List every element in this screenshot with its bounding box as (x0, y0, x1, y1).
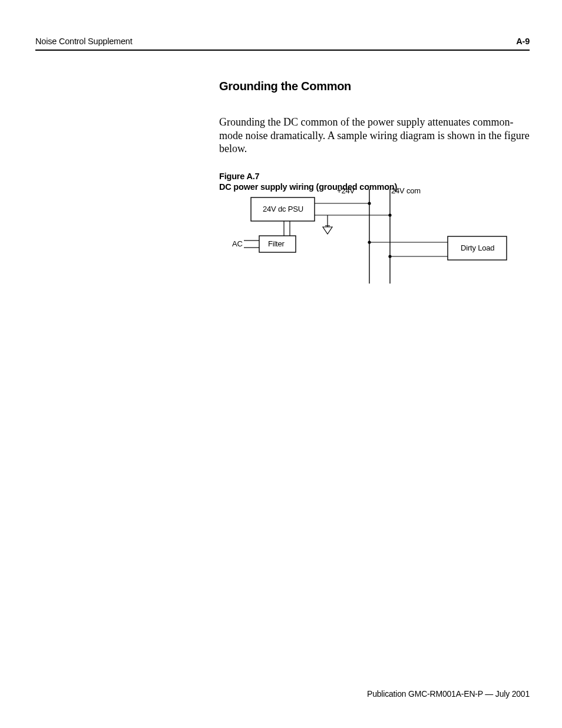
node-plus24-load (368, 241, 371, 243)
section-heading: Grounding the Common (219, 80, 530, 93)
label-plus24v: +24V (337, 186, 355, 195)
label-psu: 24V dc PSU (263, 205, 303, 213)
page-number: A-9 (516, 37, 530, 46)
footer-publication: Publication GMC-RM001A-EN-P — July 2001 (367, 689, 530, 699)
wiring-diagram: +24V 24V com 24V dc PSU Filter AC (219, 185, 525, 285)
header-rule (35, 50, 530, 51)
figure-caption-line1: Figure A.7 (219, 171, 530, 182)
node-com-top (388, 213, 391, 216)
label-24vcom: 24V com (391, 186, 421, 195)
label-ac: AC (232, 239, 243, 248)
node-plus24-top (368, 202, 371, 205)
page-header: Noise Control Supplement A-9 (35, 37, 530, 46)
label-filter: Filter (268, 239, 285, 248)
page-container: Noise Control Supplement A-9 Grounding t… (0, 0, 562, 728)
ground-symbol-icon (323, 227, 332, 234)
body-paragraph: Grounding the DC common of the power sup… (219, 116, 530, 156)
label-dirty-load: Dirty Load (461, 243, 494, 252)
header-title: Noise Control Supplement (35, 37, 132, 46)
content-column: Grounding the Common Grounding the DC co… (219, 80, 530, 192)
node-com-load (388, 255, 391, 258)
